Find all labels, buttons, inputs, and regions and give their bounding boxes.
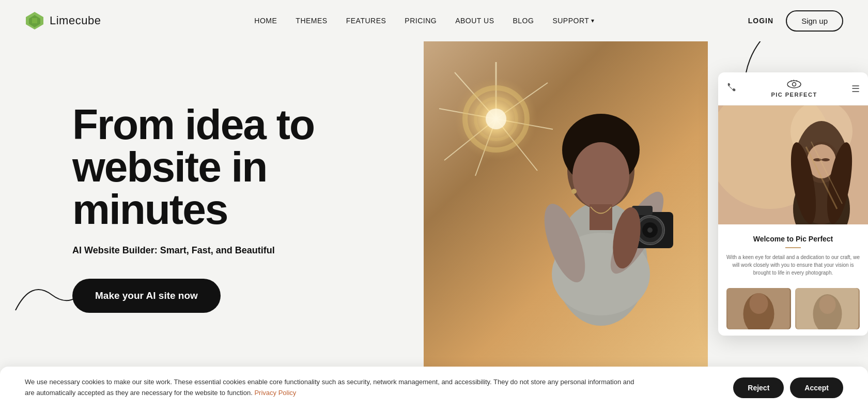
mockup-divider [785,247,801,248]
svg-rect-19 [590,204,612,230]
mockup-content: Welcome to Pic Perfect With a keen eye f… [718,224,868,282]
nav-link-about[interactable]: ABOUT US [455,17,494,25]
photographer-silhouette [513,67,689,367]
mockup-hero-image [718,105,868,224]
mockup-gallery-image-2 [795,288,860,329]
login-link[interactable]: LOGIN [748,17,773,25]
svg-point-44 [822,158,830,161]
nav-actions: LOGIN Sign up [748,10,843,32]
svg-point-54 [819,295,836,314]
mockup-woman [718,105,868,224]
nav-link-pricing[interactable]: PRICING [405,17,437,25]
mockup-welcome-title: Welcome to Pic Perfect [726,235,860,243]
nav-item-pricing: PRICING [405,16,437,25]
hamburger-icon: ☰ [851,83,860,95]
hero-section: From idea to website in minutes AI Websi… [0,41,868,367]
nav-link-home[interactable]: HOME [254,17,277,25]
nav-link-themes[interactable]: THEMES [296,17,327,25]
hero-images: PIC PERFECT ☰ [403,41,868,367]
svg-marker-2 [32,18,37,23]
nav-item-support: SUPPORT ▾ [552,17,594,25]
mockup-gallery [718,282,868,336]
logo-icon [25,11,44,31]
svg-point-30 [571,189,577,194]
svg-line-35 [791,80,792,82]
nav-link-blog[interactable]: BLOG [513,17,534,25]
mockup-description: With a keen eye for detail and a dedicat… [726,253,860,277]
hero-headline: From idea to website in minutes [72,103,341,231]
svg-point-31 [787,81,801,88]
brand-logo-icon [771,80,817,92]
logo-text: Limecube [50,14,101,27]
hero-text: From idea to website in minutes AI Websi… [72,62,341,313]
chevron-down-icon: ▾ [591,17,595,24]
mobile-mockup: PIC PERFECT ☰ [718,72,868,336]
cta-button[interactable]: Make your AI site now [72,279,221,313]
nav-item-about: ABOUT US [455,16,494,25]
nav-item-features: FEATURES [346,16,386,25]
phone-icon [726,82,737,95]
svg-point-51 [750,293,768,314]
mockup-gallery-image-1 [726,288,791,329]
nav-item-blog: BLOG [513,16,534,25]
svg-point-26 [647,228,653,233]
navbar: Limecube HOME THEMES FEATURES PRICING AB… [0,0,868,41]
mockup-brand: PIC PERFECT [771,80,817,98]
logo-link[interactable]: Limecube [25,11,101,31]
svg-point-18 [572,142,629,209]
nav-link-features[interactable]: FEATURES [346,17,386,25]
cookie-banner: We use necessary cookies to make our sit… [0,367,868,367]
svg-point-14 [486,109,506,129]
mockup-header: PIC PERFECT ☰ [718,72,868,105]
nav-link-support[interactable]: SUPPORT ▾ [552,17,594,25]
main-photo [424,41,708,367]
hero-subtitle: AI Website Builder: Smart, Fast, and Bea… [72,245,341,256]
nav-item-themes: THEMES [296,16,327,25]
svg-point-32 [792,83,796,86]
signup-button[interactable]: Sign up [786,10,843,32]
nav-links: HOME THEMES FEATURES PRICING ABOUT US BL… [254,16,594,25]
mockup-brand-name: PIC PERFECT [771,92,817,98]
nav-item-home: HOME [254,16,277,25]
